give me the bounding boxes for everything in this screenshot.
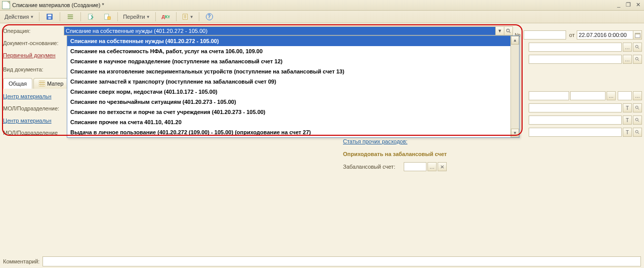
dropdown-item[interactable]: Списание на собственные нужды (401.20.27… [67, 36, 519, 46]
rf2-more-button[interactable]: … [623, 55, 632, 64]
tab-common-label: Общая [9, 81, 27, 87]
separator [155, 12, 156, 21]
rf4-input[interactable] [529, 103, 622, 112]
separator [39, 12, 39, 21]
svg-rect-11 [184, 16, 186, 17]
actions-label: Действия [5, 14, 29, 20]
rf6-t-button[interactable]: T [623, 128, 632, 137]
offbal-input[interactable] [404, 162, 426, 171]
rf-3: … … [529, 90, 642, 101]
main-toolbar: Действия▼ Перейти▼ ДКт ▼ ? [0, 11, 644, 23]
dropdown-item[interactable]: Списание в научное подразделение (поступ… [67, 56, 519, 66]
svg-rect-12 [184, 18, 186, 18]
rf5-t-button[interactable]: T [623, 116, 632, 125]
chevron-down-icon: ▼ [190, 15, 194, 19]
post-close-button[interactable] [100, 11, 115, 22]
actions-menu[interactable]: Действия▼ [2, 11, 36, 22]
offbal-more-button[interactable]: … [427, 162, 437, 171]
comment-label: Комментарий: [3, 258, 39, 264]
rf2-search-button[interactable] [633, 55, 642, 64]
operation-search-button[interactable] [504, 26, 513, 35]
svg-rect-4 [68, 16, 73, 17]
chevron-down-icon: ▼ [146, 15, 150, 19]
rf1-more-button[interactable]: … [623, 43, 632, 52]
list-button[interactable] [63, 11, 78, 22]
operation-dropdown-button[interactable]: ▼ [496, 26, 504, 35]
rf-2: … [529, 54, 642, 65]
svg-rect-10 [184, 15, 186, 16]
from-label: от [569, 32, 575, 38]
document-icon [2, 1, 10, 9]
rf3b-more-button[interactable]: … [607, 91, 616, 100]
rf5-input[interactable] [529, 116, 622, 125]
rf3c-input[interactable] [618, 91, 632, 100]
dropdown-item[interactable]: Выдача в личное пользование (401.20.272 … [67, 127, 519, 137]
right-fields: … … … … T T T [529, 42, 642, 139]
offbal-row: Забалансовый счет: … ✕ [343, 161, 447, 172]
offbal-clear-button[interactable]: ✕ [438, 162, 447, 171]
report-button[interactable]: ▼ [179, 11, 196, 22]
other-exp-label[interactable]: Статья прочих расходов: [343, 138, 407, 144]
rf6-search-button[interactable] [633, 128, 642, 137]
post-button[interactable] [83, 11, 99, 22]
tab-materials[interactable]: Матер [33, 78, 69, 89]
center2-label[interactable]: Центр материальн [3, 118, 64, 124]
dropdown-item[interactable]: Списание прочее на счета 401.10, 401.20 [67, 117, 519, 127]
misc-panel: Статья прочих расходов: Оприходовать на … [343, 136, 447, 174]
rf4-t-button[interactable]: T [623, 103, 632, 112]
dropdown-item[interactable]: Списание на изготовление экспериментальн… [67, 66, 519, 76]
operation-input[interactable]: Списание на собственные нужды (401.20.27… [64, 26, 496, 35]
window-title: Списание материалов (Создание) * [12, 2, 613, 8]
scroll-down-button[interactable]: ▼ [511, 129, 519, 137]
dropdown-item[interactable]: Списание по чрезвычайным ситуациям (401.… [67, 97, 519, 107]
primary-label[interactable]: Первичный докумен [3, 52, 64, 58]
comment-input[interactable] [42, 256, 641, 266]
rf1-input[interactable] [529, 43, 622, 52]
rf4-search-button[interactable] [633, 103, 642, 112]
comment-bar: Комментарий: [0, 256, 644, 267]
rf6-input[interactable] [529, 128, 622, 137]
separator [176, 12, 177, 21]
rf2-input[interactable] [529, 55, 622, 64]
center1-label[interactable]: Центр материальн [3, 93, 64, 99]
dropdown-item[interactable]: Списание запчастей к транспорту (поступл… [67, 76, 519, 87]
window-titlebar: Списание материалов (Создание) * _ ❐ ✕ [0, 0, 644, 11]
goto-menu[interactable]: Перейти▼ [120, 11, 153, 22]
basis-label: Документ-основание: [3, 40, 64, 46]
offbal-heading: Оприходовать на забалансовый счет [343, 151, 447, 157]
svg-point-24 [635, 57, 638, 60]
grid-icon [39, 81, 45, 87]
dropdown-scrollbar[interactable]: ▲ ▼ [510, 36, 519, 137]
svg-rect-15 [39, 81, 45, 87]
scroll-up-button[interactable]: ▲ [511, 36, 519, 45]
restore-button[interactable]: ❐ [624, 2, 632, 9]
tab-common[interactable]: Общая [3, 78, 32, 89]
operation-dropdown[interactable]: Списание на собственные нужды (401.20.27… [67, 35, 520, 138]
close-button[interactable]: ✕ [634, 2, 642, 9]
dropdown-item[interactable]: Списание сверх норм, недостачи (401.10.1… [67, 87, 519, 97]
calendar-button[interactable] [633, 30, 642, 40]
number-input[interactable] [524, 30, 566, 40]
rf3-input[interactable] [529, 91, 569, 100]
rf3b-input[interactable] [570, 91, 606, 100]
minimize-button[interactable]: _ [615, 2, 623, 9]
svg-rect-2 [49, 17, 51, 19]
svg-line-23 [638, 48, 639, 49]
dk-button[interactable]: ДКт [158, 11, 174, 22]
mol1-label: МОЛ/Подразделение: [3, 105, 64, 111]
offbal-heading-row: Оприходовать на забалансовый счет [343, 148, 447, 160]
svg-point-28 [635, 118, 638, 121]
svg-rect-8 [108, 17, 110, 19]
svg-line-27 [638, 108, 639, 110]
doctype-label: Вид документа: [3, 66, 64, 72]
svg-line-25 [638, 60, 639, 61]
help-button[interactable]: ? [202, 11, 217, 22]
svg-rect-1 [48, 15, 52, 17]
date-input[interactable]: 22.07.2016 0:00:00 [577, 30, 633, 40]
rf3c-more-button[interactable]: … [633, 91, 642, 100]
dropdown-item[interactable]: Списание по ветхости и порче за счет учр… [67, 107, 519, 117]
save-button[interactable] [42, 11, 57, 22]
dropdown-item[interactable]: Списание на себестоимость НФА, работ, ус… [67, 46, 519, 56]
rf1-search-button[interactable] [633, 43, 642, 52]
rf5-search-button[interactable] [633, 116, 642, 125]
